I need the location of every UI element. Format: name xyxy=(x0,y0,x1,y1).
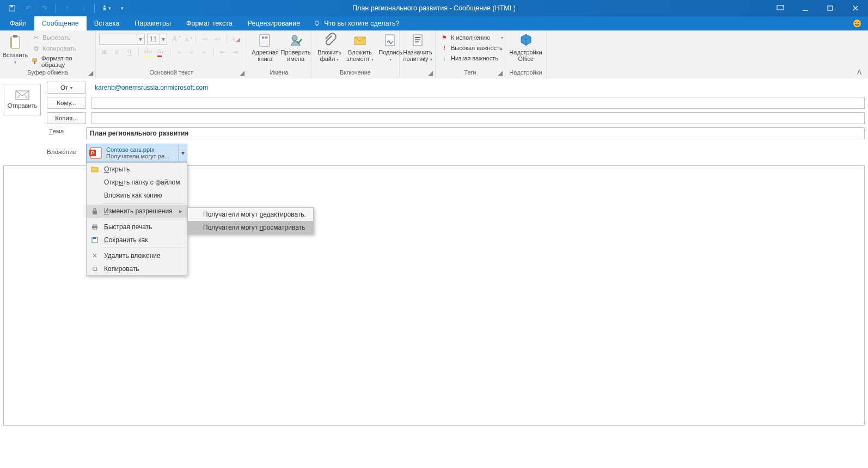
ctx-attach-as-copy[interactable]: Вложить как копию xyxy=(87,189,187,202)
svg-point-22 xyxy=(292,35,297,41)
align-left-button[interactable]: ≡ xyxy=(174,47,184,58)
paste-button[interactable]: Вставить▾ xyxy=(3,32,27,67)
tab-format-text[interactable]: Формат текста xyxy=(179,16,240,30)
qat-customize-button[interactable]: ▾ xyxy=(114,1,130,15)
feedback-button[interactable] xyxy=(853,16,861,30)
flag-icon: ⚑ xyxy=(440,33,449,42)
send-button[interactable]: Отправить xyxy=(4,84,41,115)
tab-review[interactable]: Рецензирование xyxy=(240,16,308,30)
highlight-button[interactable]: ab▾ xyxy=(143,47,153,58)
align-right-button[interactable]: ≡ xyxy=(199,47,210,58)
group-clipboard-title: Буфер обмена xyxy=(27,69,68,76)
permissions-can-edit[interactable]: Получатели могут редактировать. xyxy=(188,208,313,221)
font-size-combo[interactable]: 11▾ xyxy=(147,34,167,45)
window-controls xyxy=(768,0,868,16)
svg-rect-9 xyxy=(316,25,318,26)
policy-dialog-launcher[interactable]: ◢ xyxy=(426,69,434,77)
align-center-button[interactable]: ≡ xyxy=(187,47,197,58)
accessibility-button[interactable]: ▾ xyxy=(98,1,113,15)
permissions-can-view[interactable]: Получатели могут просматривать xyxy=(188,221,313,234)
cut-button[interactable]: ✂Вырезать xyxy=(29,33,92,42)
to-button[interactable]: Кому... xyxy=(47,97,86,109)
attachment-dropdown-button[interactable]: ▾ xyxy=(178,144,187,162)
attach-item-button[interactable]: Вложить элемент ▾ xyxy=(345,32,375,63)
cc-button[interactable]: Копия... xyxy=(47,112,86,124)
collapse-ribbon-button[interactable]: ᐱ xyxy=(857,69,865,76)
attachment-chip[interactable]: P Contoso cars.pptx Получатели могут ре.… xyxy=(86,144,187,162)
ctx-save-as[interactable]: Сохранить как xyxy=(87,233,187,247)
bullets-button[interactable]: ≡▾ xyxy=(200,34,210,45)
font-color-button[interactable]: A▾ xyxy=(155,47,166,58)
ctx-quick-print[interactable]: Быстрая печать xyxy=(87,220,187,233)
prev-item-button[interactable]: ↑ xyxy=(59,1,75,15)
svg-rect-5 xyxy=(828,6,833,10)
check-names-button[interactable]: Проверить имена xyxy=(281,32,310,62)
increase-indent-button[interactable]: ⇥ xyxy=(230,47,241,58)
ctx-open-folder[interactable]: Открыть папку с файлом xyxy=(87,176,187,189)
paste-label: Вставить xyxy=(3,52,28,58)
tab-message[interactable]: Сообщение xyxy=(34,16,87,30)
ctx-open[interactable]: Открыть xyxy=(87,163,187,176)
office-addins-button[interactable]: Надстройки Office xyxy=(509,32,543,62)
follow-up-button[interactable]: ⚑К исполнению ▾ xyxy=(439,33,504,42)
low-importance-button[interactable]: ↓Низкая важность xyxy=(439,53,504,63)
tab-insert[interactable]: Вставка xyxy=(87,16,127,30)
clear-formatting-button[interactable]: A◢ xyxy=(230,34,241,45)
svg-rect-3 xyxy=(777,5,784,10)
decrease-indent-button[interactable]: ⇤ xyxy=(218,47,228,58)
grow-font-button[interactable]: A▴ xyxy=(169,34,180,45)
attachment-context-menu: Открыть Открыть папку с файлом Вложить к… xyxy=(86,162,187,276)
clipboard-dialog-launcher[interactable]: ◢ xyxy=(87,69,94,77)
subject-input[interactable] xyxy=(86,127,865,139)
minimize-button[interactable] xyxy=(793,0,818,16)
attach-file-button[interactable]: Вложить файл ▾ xyxy=(315,32,344,63)
svg-point-19 xyxy=(262,36,265,39)
close-button[interactable] xyxy=(843,0,868,16)
tab-file[interactable]: Файл xyxy=(2,16,34,30)
bold-button[interactable]: Ж xyxy=(99,47,109,58)
svg-rect-17 xyxy=(34,61,35,64)
folder-open-icon xyxy=(90,166,100,173)
tell-me-label: Что вы хотите сделать? xyxy=(324,20,399,27)
group-include: Вложить файл ▾ Вложить элемент ▾ Подпись… xyxy=(311,30,400,78)
maximize-button[interactable] xyxy=(818,0,843,16)
tab-options[interactable]: Параметры xyxy=(127,16,179,30)
copy-button[interactable]: ⧉Копировать xyxy=(29,44,92,53)
svg-rect-35 xyxy=(93,224,96,226)
shrink-font-button[interactable]: A▾ xyxy=(182,34,192,45)
cc-input[interactable] xyxy=(91,112,865,124)
to-input[interactable] xyxy=(91,97,865,109)
svg-point-10 xyxy=(853,20,861,27)
ctx-change-permissions[interactable]: Изменить разрешения▸ xyxy=(87,205,187,218)
save-button[interactable] xyxy=(4,1,20,15)
tags-dialog-launcher[interactable]: ◢ xyxy=(496,69,504,77)
tell-me-search[interactable]: Что вы хотите сделать? xyxy=(313,16,399,30)
from-button[interactable]: От ▾ xyxy=(47,82,86,94)
assign-policy-button[interactable]: Назначить политику ▾ xyxy=(403,32,432,63)
address-book-button[interactable]: Адресная книга xyxy=(250,32,280,62)
delete-icon: ✕ xyxy=(90,252,100,260)
format-painter-button[interactable]: Формат по образцу xyxy=(29,54,92,69)
send-icon xyxy=(15,90,29,100)
attachment-subtitle: Получатели могут ре... xyxy=(106,153,185,159)
svg-rect-14 xyxy=(13,35,17,38)
underline-button[interactable]: Ч xyxy=(124,47,135,58)
font-name-combo[interactable]: ▾ xyxy=(99,34,145,45)
next-item-button[interactable]: ↓ xyxy=(76,1,91,15)
font-dialog-launcher[interactable]: ◢ xyxy=(238,69,246,77)
ribbon-display-options-button[interactable] xyxy=(768,0,793,16)
bulb-icon xyxy=(313,20,321,27)
ctx-copy[interactable]: ⧉Копировать xyxy=(87,262,187,275)
svg-rect-33 xyxy=(93,211,97,214)
redo-button[interactable]: ↷ xyxy=(37,1,52,15)
svg-point-11 xyxy=(855,22,857,23)
titlebar: ↶ ↷ ↑ ↓ ▾ ▾ План регионального развития … xyxy=(0,0,868,16)
svg-rect-1 xyxy=(10,5,13,8)
numbering-button[interactable]: ≡▾ xyxy=(212,34,223,45)
high-importance-button[interactable]: !Высокая важность xyxy=(439,43,504,53)
italic-button[interactable]: К xyxy=(112,47,122,58)
svg-rect-15 xyxy=(10,38,12,47)
undo-button[interactable]: ↶ xyxy=(21,1,36,15)
ctx-delete-attachment[interactable]: ✕Удалить вложение xyxy=(87,249,187,262)
group-addins-title: Надстройки xyxy=(509,69,542,76)
